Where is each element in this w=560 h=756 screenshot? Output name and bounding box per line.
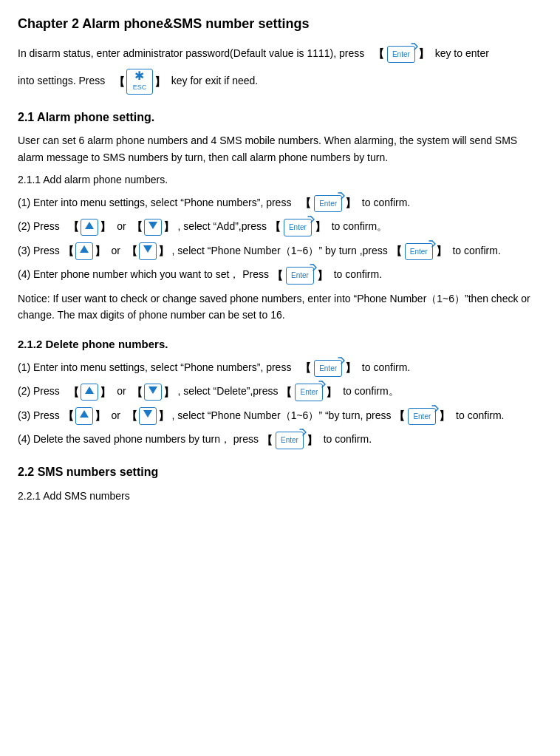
section-2-1-title: 2.1 Alarm phone setting. bbox=[18, 108, 542, 127]
bracket-open-2: 【 bbox=[114, 73, 125, 91]
svg-marker-2 bbox=[80, 245, 89, 253]
step3-add-text: (3) Press bbox=[18, 245, 60, 256]
bracket-open: 【 bbox=[373, 45, 384, 63]
enter-key-s1d: 【 Enter 】 bbox=[300, 359, 356, 378]
section-2-1-2-title: 2.1.2 Delete phone numbers. bbox=[18, 336, 542, 353]
up-key-s2d: 【 】 bbox=[68, 384, 111, 401]
up-key-s3a: 【 】 bbox=[63, 242, 106, 260]
enter-key-intro: 【 Enter 】 bbox=[373, 45, 429, 64]
step2-add-mid2: , select “Add”,press bbox=[177, 220, 267, 232]
svg-marker-4 bbox=[85, 386, 94, 394]
intro-paragraph: In disarm status, enter administrator pa… bbox=[18, 45, 542, 64]
down-key-s3a: 【 】 bbox=[126, 242, 169, 260]
svg-marker-1 bbox=[148, 222, 157, 229]
step4-add-text: (4) Enter phone number which you want to… bbox=[18, 268, 269, 280]
step2-add-suffix: to confirm。 bbox=[332, 220, 387, 232]
down-arrow-s3 bbox=[143, 244, 153, 254]
step1-del-p: (1) Enter into menu settings, select “Ph… bbox=[18, 359, 542, 378]
star-icon: ✱ bbox=[130, 70, 149, 82]
intro-paragraph-2: into settings. Press 【 ✱ ESC 】 key for e… bbox=[18, 69, 542, 94]
intro-text-1: In disarm status, enter administrator pa… bbox=[18, 47, 364, 59]
enter-key-s4a: 【 Enter 】 bbox=[272, 266, 328, 285]
intro-text-3: into settings. Press bbox=[18, 75, 105, 86]
step3-add-mid2: , select “Phone Number（1~6）” by turn ,pr… bbox=[172, 245, 388, 256]
corner-arrow-s1a bbox=[338, 192, 345, 200]
step3-del-p: (3) Press 【 】 or 【 】 , select “Phone Num… bbox=[18, 407, 542, 426]
enter-key-s3d: 【 Enter 】 bbox=[394, 407, 450, 426]
step3-del-mid1: or bbox=[111, 409, 120, 421]
enter-key-s3a: 【 Enter 】 bbox=[391, 242, 447, 261]
enter-key-s2a: 【 Enter 】 bbox=[270, 218, 326, 236]
step2-add-p: (2) Press 【 】 or 【 】 , select “Add”,pres… bbox=[18, 218, 542, 236]
bracket-close: 】 bbox=[418, 45, 429, 63]
step2-del-mid2: , select “Delete”,press bbox=[177, 385, 278, 397]
step1-del-suffix: to confirm. bbox=[362, 361, 410, 373]
enter-key-box: Enter bbox=[387, 46, 415, 64]
step2-del-mid1: or bbox=[117, 385, 126, 397]
svg-marker-7 bbox=[143, 410, 152, 418]
step1-add-p: (1) Enter into menu settings, select “Ph… bbox=[18, 194, 542, 213]
step2-add-text: (2) Press bbox=[18, 220, 60, 232]
esc-label: ESC bbox=[130, 82, 149, 92]
step2-add-mid1: or bbox=[117, 220, 126, 232]
section-2-2-1-title-p: 2.2.1 Add SMS numbers bbox=[18, 488, 542, 504]
intro-text-4: key for exit if need. bbox=[171, 75, 259, 86]
step4-add-p: (4) Enter phone number which you want to… bbox=[18, 266, 542, 285]
corner-arrow-svg bbox=[411, 43, 418, 50]
chapter-title: Chapter 2 Alarm phone&SMS number setting… bbox=[18, 13, 542, 35]
notice-p: Notice: If user want to check or change … bbox=[18, 290, 542, 324]
esc-key-intro: 【 ✱ ESC 】 bbox=[114, 69, 165, 94]
enter-key-s2d: 【 Enter 】 bbox=[281, 383, 337, 401]
down-key-s3d: 【 】 bbox=[126, 407, 169, 425]
step1-add-suffix: to confirm. bbox=[362, 197, 410, 208]
step3-del-suffix: to confirm. bbox=[456, 409, 504, 421]
svg-marker-6 bbox=[80, 410, 89, 418]
step1-add-text: (1) Enter into menu settings, select “Ph… bbox=[18, 197, 291, 208]
svg-marker-3 bbox=[143, 245, 152, 253]
step4-del-text: (4) Delete the saved phone numbers by tu… bbox=[18, 433, 259, 445]
step2-del-suffix: to confirm。 bbox=[343, 385, 398, 397]
section-2-2-title: 2.2 SMS numbers setting bbox=[18, 463, 542, 482]
enter-key-s4d: 【 Enter 】 bbox=[262, 431, 318, 449]
up-key-s2a: 【 】 bbox=[68, 218, 111, 236]
step2-del-text: (2) Press bbox=[18, 385, 60, 397]
down-key-s2a: 【 】 bbox=[132, 218, 174, 236]
step3-add-suffix: to confirm. bbox=[452, 245, 500, 256]
step4-del-suffix: to confirm. bbox=[324, 433, 372, 445]
enter-key-s1a: 【 Enter 】 bbox=[300, 194, 356, 213]
down-key-s2d: 【 】 bbox=[132, 384, 174, 401]
svg-marker-0 bbox=[85, 222, 94, 229]
up-arrow-btn bbox=[81, 219, 98, 236]
step3-add-p: (3) Press 【 】 or 【 】 , select “Phone Num… bbox=[18, 242, 542, 261]
svg-marker-5 bbox=[148, 386, 157, 394]
enter-key-wrap: Enter bbox=[387, 45, 415, 64]
step3-del-mid2: , select “Phone Number（1~6）” “by turn, p… bbox=[172, 409, 392, 421]
step2-del-p: (2) Press 【 】 or 【 】 , select “Delete”,p… bbox=[18, 383, 542, 401]
esc-key-box: ✱ ESC bbox=[126, 69, 153, 94]
down-arrow-btn bbox=[144, 219, 162, 236]
intro-text-2: key to enter bbox=[435, 47, 489, 59]
section-2-1-1-title-p: 2.1.1 Add alarm phone numbers. bbox=[18, 171, 542, 188]
down-arrow-svg bbox=[148, 220, 158, 231]
step3-add-mid1: or bbox=[111, 245, 120, 256]
up-key-s3d: 【 】 bbox=[63, 407, 106, 425]
step4-add-suffix: to confirm. bbox=[334, 268, 382, 280]
enter-label: Enter bbox=[392, 50, 410, 58]
bracket-close-2: 】 bbox=[154, 73, 165, 91]
step4-del-p: (4) Delete the saved phone numbers by tu… bbox=[18, 431, 542, 449]
step1-del-text: (1) Enter into menu settings, select “Ph… bbox=[18, 361, 291, 373]
step3-del-text: (3) Press bbox=[18, 409, 60, 421]
section-2-1-desc: User can set 6 alarm phone numbers and 4… bbox=[18, 132, 542, 166]
up-arrow-svg bbox=[84, 220, 95, 231]
up-arrow-s3 bbox=[79, 244, 89, 254]
